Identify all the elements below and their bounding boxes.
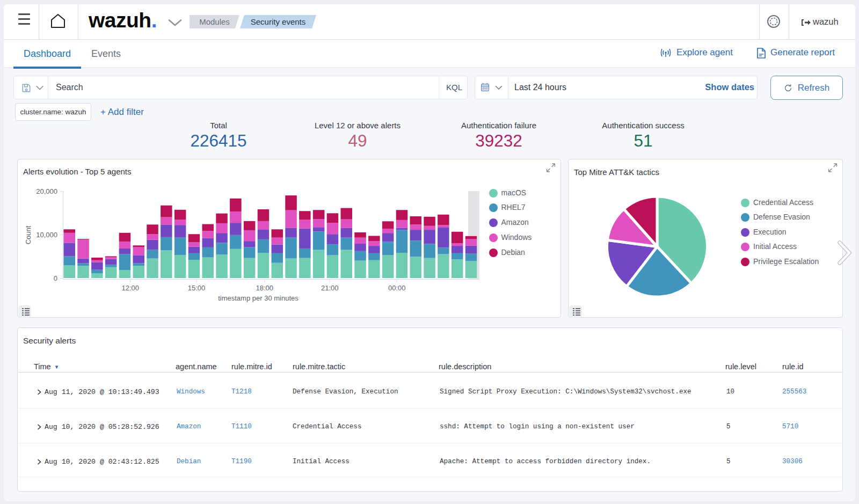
svg-text:21:00: 21:00 xyxy=(321,284,339,292)
svg-text:15:00: 15:00 xyxy=(188,284,206,292)
svg-text:20,000: 20,000 xyxy=(36,187,57,195)
svg-text:Count: Count xyxy=(24,225,32,244)
svg-text:10,000: 10,000 xyxy=(36,231,57,239)
svg-text:timestamp per 30 minutes: timestamp per 30 minutes xyxy=(218,294,299,302)
svg-text:18:00: 18:00 xyxy=(256,284,274,292)
svg-text:00:00: 00:00 xyxy=(388,284,406,292)
svg-text:0: 0 xyxy=(54,274,57,282)
svg-text:12:00: 12:00 xyxy=(121,284,139,292)
